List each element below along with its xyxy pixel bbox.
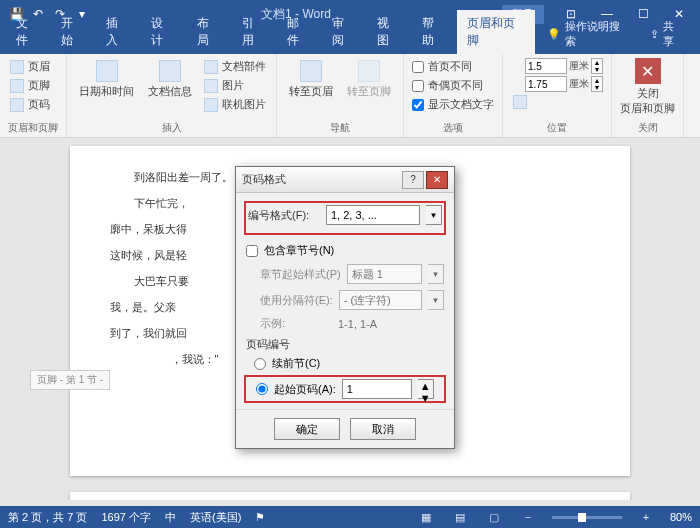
diff-first-checkbox[interactable]: 首页不同 [412,58,494,75]
tab-header-footer[interactable]: 页眉和页脚 [457,10,535,54]
continue-label: 续前节(C) [272,356,320,371]
header-top-spin[interactable]: 厘米▲▼ [511,58,603,74]
dialog-body: 编号格式(F): 1, 2, 3, ... ▼ 包含章节号(N) 章节起始样式(… [236,193,454,409]
align-icon [513,95,527,109]
tab-layout[interactable]: 布局 [187,10,230,54]
dialog-help-button[interactable]: ? [402,171,424,189]
group-insert: 日期和时间 文档信息 文档部件 图片 联机图片 插入 [67,54,277,137]
dropdown-icon[interactable]: ▼ [426,205,442,225]
tab-insert[interactable]: 插入 [96,10,139,54]
dialog-title: 页码格式 [242,172,286,187]
word-count[interactable]: 1697 个字 [101,510,151,525]
share-icon: ⇪ [650,28,659,41]
footer-bottom-spin[interactable]: 厘米▲▼ [511,76,603,92]
language-indicator[interactable]: 英语(美国) [190,510,241,525]
start-at-input[interactable] [342,379,412,399]
quickparts-icon [204,60,218,74]
goto-header-icon [300,60,322,82]
dialog-buttons: 确定 取消 [236,409,454,448]
chapter-style-select: 标题 1 [347,264,422,284]
read-mode-icon[interactable]: ▦ [416,509,436,525]
group-label: 插入 [75,119,268,135]
goto-header-button[interactable]: 转至页眉 [285,58,337,101]
dropdown-icon: ▼ [428,290,444,310]
quickparts-button[interactable]: 文档部件 [202,58,268,75]
footer-icon [10,79,24,93]
include-chapter-label: 包含章节号(N) [264,243,334,258]
dialog-titlebar[interactable]: 页码格式 ? ✕ [236,167,454,193]
page[interactable] [70,492,630,500]
datetime-button[interactable]: 日期和时间 [75,58,138,101]
tab-mailings[interactable]: 邮件 [277,10,320,54]
accessibility-icon[interactable]: ⚑ [255,511,265,524]
dialog-close-button[interactable]: ✕ [426,171,448,189]
close-icon: ✕ [635,58,661,84]
number-format-label: 编号格式(F): [248,208,320,223]
spin-buttons[interactable]: ▲▼ [418,379,434,399]
tell-me[interactable]: 💡操作说明搜索 [537,14,638,54]
ime-indicator[interactable]: 中 [165,510,176,525]
tab-file[interactable]: 文件 [6,10,49,54]
cancel-button[interactable]: 取消 [350,418,416,440]
picture-button[interactable]: 图片 [202,77,268,94]
web-layout-icon[interactable]: ▢ [484,509,504,525]
group-position: 厘米▲▼ 厘米▲▼ 位置 [503,54,612,137]
separator-select: - (连字符) [339,290,422,310]
ok-button[interactable]: 确定 [274,418,340,440]
page-count[interactable]: 第 2 页，共 7 页 [8,510,87,525]
group-label: 位置 [511,119,603,135]
tab-help[interactable]: 帮助 [412,10,455,54]
group-label: 页眉和页脚 [8,119,58,135]
dropdown-icon: ▼ [428,264,444,284]
pagenum-icon [10,98,24,112]
tab-review[interactable]: 审阅 [322,10,365,54]
start-at-label: 起始页码(A): [274,382,336,397]
online-picture-icon [204,98,218,112]
share-button[interactable]: ⇪共享 [640,14,694,54]
continue-radio[interactable] [254,358,266,370]
chapter-style-label: 章节起始样式(P) [260,267,341,282]
example-value: 1-1, 1-A [338,318,377,330]
zoom-slider[interactable] [552,516,622,519]
zoom-level[interactable]: 80% [670,511,692,523]
separator-label: 使用分隔符(E): [260,293,333,308]
header-button[interactable]: 页眉 [8,58,52,75]
header-icon [10,60,24,74]
calendar-icon [96,60,118,82]
include-chapter-checkbox[interactable] [246,245,258,257]
top-margin-icon [511,60,523,72]
online-picture-button[interactable]: 联机图片 [202,96,268,113]
status-bar: 第 2 页，共 7 页 1697 个字 中 英语(美国) ⚑ ▦ ▤ ▢ − +… [0,506,700,528]
footer-button[interactable]: 页脚 [8,77,52,94]
group-navigation: 转至页眉 转至页脚 导航 [277,54,404,137]
print-layout-icon[interactable]: ▤ [450,509,470,525]
zoom-out-button[interactable]: − [518,509,538,525]
goto-footer-icon [358,60,380,82]
docinfo-icon [159,60,181,82]
ribbon-tabs: 文件 开始 插入 设计 布局 引用 邮件 审阅 视图 帮助 页眉和页脚 💡操作说… [0,28,700,54]
pagenum-section-title: 页码编号 [246,337,444,352]
start-at-radio[interactable] [256,383,268,395]
zoom-in-button[interactable]: + [636,509,656,525]
group-options: 首页不同 奇偶页不同 显示文档文字 选项 [404,54,503,137]
tab-references[interactable]: 引用 [232,10,275,54]
show-text-checkbox[interactable]: 显示文档文字 [412,96,494,113]
goto-footer-button: 转至页脚 [343,58,395,101]
align-tab-button[interactable] [511,94,603,110]
tab-design[interactable]: 设计 [141,10,184,54]
picture-icon [204,79,218,93]
diff-odd-checkbox[interactable]: 奇偶页不同 [412,77,494,94]
docinfo-button[interactable]: 文档信息 [144,58,196,101]
tab-view[interactable]: 视图 [367,10,410,54]
bottom-margin-icon [511,78,523,90]
group-header-footer: 页眉 页脚 页码 页眉和页脚 [0,54,67,137]
ribbon: 页眉 页脚 页码 页眉和页脚 日期和时间 文档信息 文档部件 图片 联机图片 插… [0,54,700,138]
close-hf-button[interactable]: ✕关闭 页眉和页脚 [620,58,675,116]
pagenum-button[interactable]: 页码 [8,96,52,113]
footer-section-tag: 页脚 - 第 1 节 - [30,370,110,390]
page-number-format-dialog: 页码格式 ? ✕ 编号格式(F): 1, 2, 3, ... ▼ 包含章节号(N… [235,166,455,449]
number-format-select[interactable]: 1, 2, 3, ... [326,205,420,225]
tab-home[interactable]: 开始 [51,10,94,54]
group-label: 导航 [285,119,395,135]
group-close: ✕关闭 页眉和页脚 关闭 [612,54,684,137]
